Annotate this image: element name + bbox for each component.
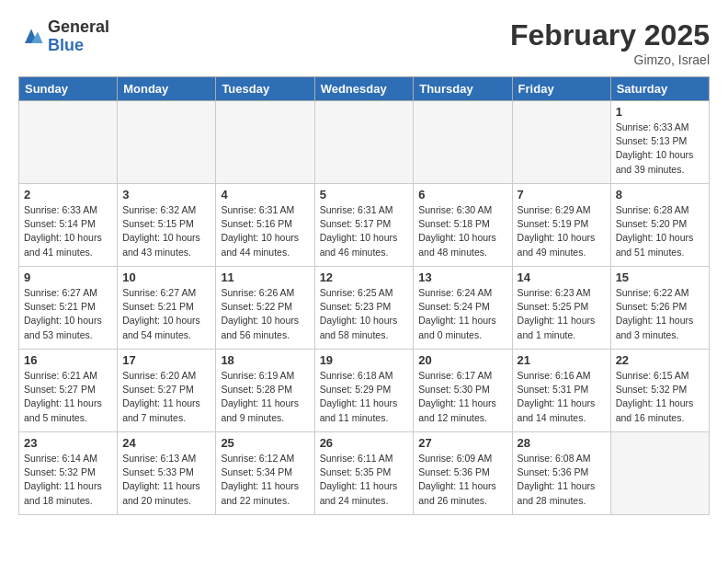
day-info: Sunrise: 6:25 AMSunset: 5:23 PMDaylight:… [320,286,409,342]
calendar-week-row: 2Sunrise: 6:33 AMSunset: 5:14 PMDaylight… [19,184,710,267]
calendar-day-cell: 24Sunrise: 6:13 AMSunset: 5:33 PMDayligh… [118,432,216,515]
calendar-day-cell: 28Sunrise: 6:08 AMSunset: 5:36 PMDayligh… [512,432,610,515]
calendar-day-cell: 13Sunrise: 6:24 AMSunset: 5:24 PMDayligh… [414,267,512,350]
calendar-day-cell [216,101,314,184]
logo-blue-text: Blue [48,37,109,55]
location-subtitle: Gimzo, Israel [510,52,710,67]
day-info: Sunrise: 6:33 AMSunset: 5:14 PMDaylight:… [24,203,112,259]
day-number: 12 [320,270,409,284]
day-number: 20 [418,353,506,367]
calendar-day-header: Thursday [414,77,512,101]
calendar-day-cell [314,101,414,184]
calendar-day-cell: 6Sunrise: 6:30 AMSunset: 5:18 PMDaylight… [414,184,512,267]
calendar-week-row: 23Sunrise: 6:14 AMSunset: 5:32 PMDayligh… [19,432,710,515]
calendar-table: SundayMondayTuesdayWednesdayThursdayFrid… [18,76,710,515]
calendar-day-cell: 5Sunrise: 6:31 AMSunset: 5:17 PMDaylight… [314,184,414,267]
calendar-day-cell: 19Sunrise: 6:18 AMSunset: 5:29 PMDayligh… [314,350,414,432]
day-number: 15 [616,270,704,284]
day-number: 3 [122,188,210,201]
day-number: 28 [518,436,606,450]
day-info: Sunrise: 6:28 AMSunset: 5:20 PMDaylight:… [616,203,704,259]
calendar-day-cell: 16Sunrise: 6:21 AMSunset: 5:27 PMDayligh… [19,350,118,432]
calendar-day-cell: 1Sunrise: 6:33 AMSunset: 5:13 PMDaylight… [610,101,709,184]
calendar-day-cell: 2Sunrise: 6:33 AMSunset: 5:14 PMDaylight… [19,184,118,267]
calendar-day-header: Tuesday [216,77,314,101]
day-number: 25 [221,436,309,450]
day-number: 14 [518,270,606,284]
calendar-day-cell: 8Sunrise: 6:28 AMSunset: 5:20 PMDaylight… [610,184,709,267]
calendar-week-row: 16Sunrise: 6:21 AMSunset: 5:27 PMDayligh… [19,350,710,432]
calendar-day-header: Friday [512,77,610,101]
day-number: 24 [122,436,210,450]
day-number: 23 [24,436,112,450]
day-info: Sunrise: 6:08 AMSunset: 5:36 PMDaylight:… [518,452,606,508]
calendar-day-cell: 22Sunrise: 6:15 AMSunset: 5:32 PMDayligh… [610,350,709,432]
day-number: 22 [616,353,704,367]
day-number: 21 [518,353,606,367]
day-info: Sunrise: 6:19 AMSunset: 5:28 PMDaylight:… [221,369,309,425]
calendar-day-cell [512,101,610,184]
day-number: 1 [616,105,704,119]
day-info: Sunrise: 6:24 AMSunset: 5:24 PMDaylight:… [418,286,506,342]
calendar-day-cell: 26Sunrise: 6:11 AMSunset: 5:35 PMDayligh… [314,432,414,515]
day-number: 13 [418,270,506,284]
day-info: Sunrise: 6:18 AMSunset: 5:29 PMDaylight:… [320,369,409,425]
calendar-day-cell: 27Sunrise: 6:09 AMSunset: 5:36 PMDayligh… [414,432,512,515]
day-number: 11 [221,270,309,284]
calendar-day-cell: 23Sunrise: 6:14 AMSunset: 5:32 PMDayligh… [19,432,118,515]
day-info: Sunrise: 6:27 AMSunset: 5:21 PMDaylight:… [24,286,112,342]
calendar-day-cell: 12Sunrise: 6:25 AMSunset: 5:23 PMDayligh… [314,267,414,350]
day-info: Sunrise: 6:29 AMSunset: 5:19 PMDaylight:… [518,203,606,259]
day-info: Sunrise: 6:31 AMSunset: 5:16 PMDaylight:… [221,203,309,259]
calendar-day-header: Wednesday [314,77,414,101]
calendar-week-row: 1Sunrise: 6:33 AMSunset: 5:13 PMDaylight… [19,101,710,184]
calendar-day-cell [19,101,118,184]
day-info: Sunrise: 6:30 AMSunset: 5:18 PMDaylight:… [418,203,506,259]
day-info: Sunrise: 6:14 AMSunset: 5:32 PMDaylight:… [24,452,112,508]
calendar-day-cell: 4Sunrise: 6:31 AMSunset: 5:16 PMDaylight… [216,184,314,267]
day-number: 10 [122,270,210,284]
day-info: Sunrise: 6:16 AMSunset: 5:31 PMDaylight:… [518,369,606,425]
day-number: 9 [24,270,112,284]
logo-icon [18,24,44,50]
day-info: Sunrise: 6:33 AMSunset: 5:13 PMDaylight:… [616,121,704,177]
day-info: Sunrise: 6:31 AMSunset: 5:17 PMDaylight:… [320,203,409,259]
day-number: 2 [24,188,112,201]
day-info: Sunrise: 6:26 AMSunset: 5:22 PMDaylight:… [221,286,309,342]
day-number: 18 [221,353,309,367]
day-number: 17 [122,353,210,367]
calendar-week-row: 9Sunrise: 6:27 AMSunset: 5:21 PMDaylight… [19,267,710,350]
day-info: Sunrise: 6:21 AMSunset: 5:27 PMDaylight:… [24,369,112,425]
day-info: Sunrise: 6:15 AMSunset: 5:32 PMDaylight:… [616,369,704,425]
day-number: 19 [320,353,409,367]
day-info: Sunrise: 6:09 AMSunset: 5:36 PMDaylight:… [418,452,506,508]
day-info: Sunrise: 6:22 AMSunset: 5:26 PMDaylight:… [616,286,704,342]
calendar-day-cell: 7Sunrise: 6:29 AMSunset: 5:19 PMDaylight… [512,184,610,267]
day-info: Sunrise: 6:27 AMSunset: 5:21 PMDaylight:… [122,286,210,342]
calendar-day-cell: 21Sunrise: 6:16 AMSunset: 5:31 PMDayligh… [512,350,610,432]
day-info: Sunrise: 6:23 AMSunset: 5:25 PMDaylight:… [518,286,606,342]
calendar-header-row: SundayMondayTuesdayWednesdayThursdayFrid… [19,77,710,101]
calendar-day-cell [610,432,709,515]
day-number: 26 [320,436,409,450]
day-number: 8 [616,188,704,201]
day-number: 27 [418,436,506,450]
day-number: 5 [320,188,409,201]
title-area: February 2025 Gimzo, Israel [510,18,710,67]
calendar-day-cell: 17Sunrise: 6:20 AMSunset: 5:27 PMDayligh… [118,350,216,432]
calendar-day-cell: 10Sunrise: 6:27 AMSunset: 5:21 PMDayligh… [118,267,216,350]
logo-general-text: General [48,18,109,37]
day-info: Sunrise: 6:11 AMSunset: 5:35 PMDaylight:… [320,452,409,508]
day-number: 6 [418,188,506,201]
calendar-day-header: Saturday [610,77,709,101]
logo: General Blue [18,18,109,55]
calendar-day-cell [118,101,216,184]
calendar-day-cell: 9Sunrise: 6:27 AMSunset: 5:21 PMDaylight… [19,267,118,350]
day-number: 7 [518,188,606,201]
calendar-day-cell [414,101,512,184]
day-number: 16 [24,353,112,367]
calendar-day-header: Sunday [19,77,118,101]
day-info: Sunrise: 6:20 AMSunset: 5:27 PMDaylight:… [122,369,210,425]
calendar-day-cell: 14Sunrise: 6:23 AMSunset: 5:25 PMDayligh… [512,267,610,350]
calendar-day-cell: 11Sunrise: 6:26 AMSunset: 5:22 PMDayligh… [216,267,314,350]
